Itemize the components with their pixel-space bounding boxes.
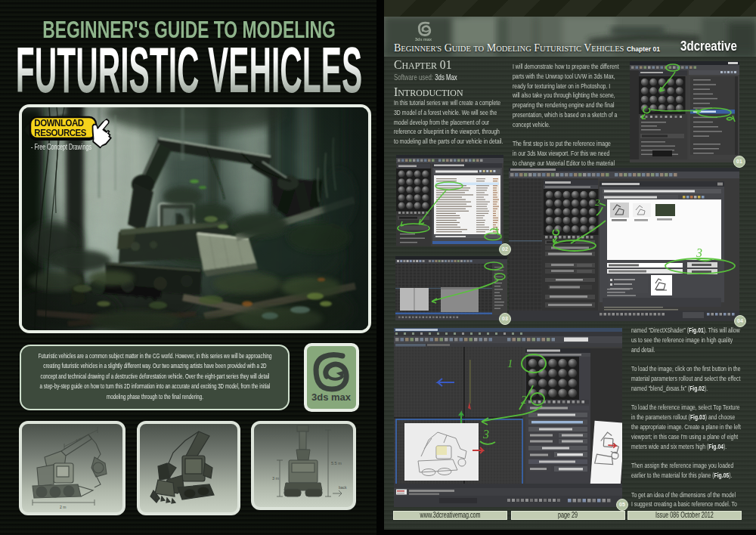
svg-text:4 m: 4 m: [75, 436, 82, 443]
svg-text:3ds max: 3ds max: [311, 391, 352, 403]
svg-text:back: back: [339, 485, 347, 490]
svg-text:3 m: 3 m: [272, 476, 280, 481]
svg-text:3: 3: [696, 246, 702, 259]
svg-text:1: 1: [507, 357, 513, 370]
svg-text:5.5 m: 5.5 m: [331, 461, 342, 465]
svg-text:2 m: 2 m: [60, 505, 66, 509]
svg-text:2: 2: [595, 196, 600, 208]
svg-text:RESOURCES: RESOURCES: [34, 128, 86, 139]
svg-text:3ds max: 3ds max: [415, 37, 432, 42]
svg-text:3: 3: [482, 428, 489, 441]
